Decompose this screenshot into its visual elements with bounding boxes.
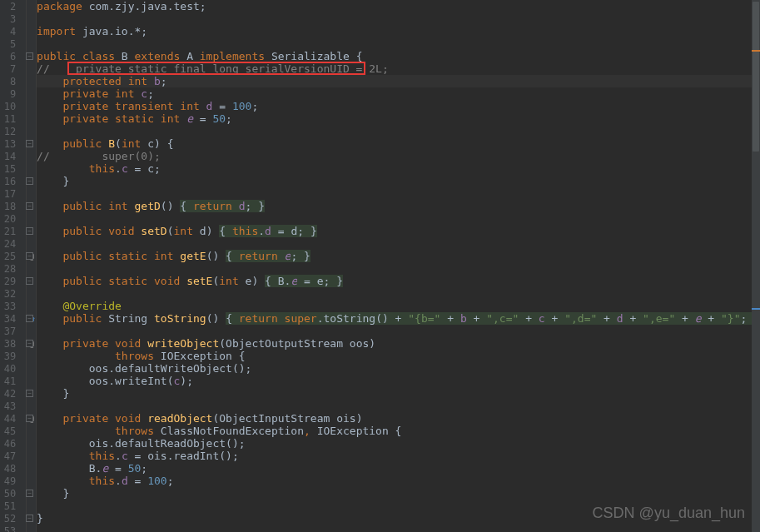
fold-open-icon[interactable]: [26, 415, 33, 422]
code-line[interactable]: [37, 187, 760, 200]
line-number[interactable]: 20: [0, 212, 26, 225]
line-number[interactable]: 11: [0, 112, 26, 125]
fold-open-icon[interactable]: [26, 140, 33, 147]
code-line[interactable]: protected int b;: [37, 75, 760, 87]
code-line[interactable]: [37, 400, 760, 412]
line-number[interactable]: 46: [0, 437, 26, 450]
code-line[interactable]: oos.writeInt(c);: [37, 375, 760, 387]
line-number[interactable]: 25: [0, 250, 26, 262]
line-number[interactable]: 37: [0, 325, 26, 337]
code-line[interactable]: [37, 237, 760, 250]
gutter-icon-cell[interactable]: [27, 325, 36, 337]
gutter-icon-cell[interactable]: [27, 300, 36, 312]
code-line[interactable]: public class B extends A implements Seri…: [37, 50, 760, 62]
gutter-icon-cell[interactable]: [27, 150, 36, 162]
code-editor[interactable]: 2345678910111213141516171820212425282932…: [0, 0, 760, 532]
line-number[interactable]: 32: [0, 287, 26, 300]
code-line[interactable]: private static int e = 50;: [37, 112, 760, 125]
scrollbar-thumb[interactable]: [753, 2, 759, 152]
code-line[interactable]: private int c;: [37, 87, 760, 100]
line-number[interactable]: 51: [0, 500, 26, 512]
code-line[interactable]: public static void setE(int e) { B.e = e…: [37, 275, 760, 287]
line-number[interactable]: 44: [0, 412, 26, 425]
line-number[interactable]: 7: [0, 62, 26, 75]
code-line[interactable]: ois.defaultReadObject();: [37, 437, 760, 450]
icon-gutter[interactable]: @o↑@@: [27, 0, 37, 532]
line-number[interactable]: 17: [0, 187, 26, 200]
scrollbar[interactable]: [752, 0, 760, 532]
code-line[interactable]: [37, 212, 760, 225]
code-line[interactable]: }: [37, 487, 760, 500]
line-number[interactable]: 53: [0, 525, 26, 532]
fold-open-icon[interactable]: [26, 202, 33, 210]
gutter-icon-cell[interactable]: [27, 475, 36, 487]
code-line[interactable]: public B(int c) {: [37, 137, 760, 150]
fold-open-icon[interactable]: [26, 277, 33, 285]
line-number[interactable]: 8: [0, 75, 26, 87]
gutter-icon-cell[interactable]: [27, 462, 36, 475]
line-number[interactable]: 9: [0, 87, 26, 100]
code-line[interactable]: import java.io.*;: [37, 25, 760, 37]
gutter-icon-cell[interactable]: [27, 525, 36, 532]
line-number[interactable]: 24: [0, 237, 26, 250]
code-line[interactable]: this.c = c;: [37, 162, 760, 175]
line-number[interactable]: 47: [0, 450, 26, 462]
line-number[interactable]: 21: [0, 225, 26, 237]
code-line[interactable]: private transient int d = 100;: [37, 100, 760, 112]
gutter-icon-cell[interactable]: [27, 87, 36, 100]
line-number[interactable]: 13: [0, 137, 26, 150]
fold-close-icon[interactable]: [26, 177, 33, 185]
line-number[interactable]: 3: [0, 12, 26, 25]
gutter-icon-cell[interactable]: [27, 187, 36, 200]
line-number[interactable]: 12: [0, 125, 26, 137]
fold-open-icon[interactable]: [26, 227, 33, 235]
code-line[interactable]: [37, 525, 760, 532]
code-line[interactable]: this.c = ois.readInt();: [37, 450, 760, 462]
line-number[interactable]: 16: [0, 175, 26, 187]
gutter-icon-cell[interactable]: [27, 212, 36, 225]
code-line[interactable]: private void writeObject(ObjectOutputStr…: [37, 337, 760, 350]
code-line[interactable]: oos.defaultWriteObject();: [37, 362, 760, 375]
line-number[interactable]: 18: [0, 200, 26, 212]
code-line[interactable]: [37, 125, 760, 137]
gutter-icon-cell[interactable]: [27, 362, 36, 375]
gutter-icon-cell[interactable]: [27, 237, 36, 250]
gutter-icon-cell[interactable]: [27, 125, 36, 137]
code-line[interactable]: [37, 12, 760, 25]
gutter-icon-cell[interactable]: [27, 450, 36, 462]
code-line[interactable]: [37, 325, 760, 337]
line-number[interactable]: 52: [0, 512, 26, 525]
line-number[interactable]: 33: [0, 300, 26, 312]
line-number[interactable]: 45: [0, 425, 26, 437]
fold-close-icon[interactable]: [26, 515, 33, 522]
code-line[interactable]: public void setD(int d) { this.d = d; }: [37, 225, 760, 237]
line-number[interactable]: 41: [0, 375, 26, 387]
code-line[interactable]: public int getD() { return d; }: [37, 200, 760, 212]
line-number[interactable]: 49: [0, 475, 26, 487]
code-line[interactable]: throws ClassNotFoundException, IOExcepti…: [37, 425, 760, 437]
code-line[interactable]: throws IOException {: [37, 350, 760, 362]
line-number[interactable]: 29: [0, 275, 26, 287]
code-line[interactable]: public String toString() { return super.…: [37, 312, 760, 325]
code-line[interactable]: package com.zjy.java.test;: [37, 0, 760, 12]
gutter-icon-cell[interactable]: [27, 25, 36, 37]
code-line[interactable]: // super(0);: [37, 150, 760, 162]
fold-close-icon[interactable]: [26, 490, 33, 497]
line-number[interactable]: 34: [0, 312, 26, 325]
line-number[interactable]: 28: [0, 262, 26, 275]
gutter-icon-cell[interactable]: [27, 375, 36, 387]
code-line[interactable]: [37, 37, 760, 50]
gutter-icon-cell[interactable]: [27, 100, 36, 112]
code-line[interactable]: B.e = 50;: [37, 462, 760, 475]
line-number[interactable]: 43: [0, 400, 26, 412]
fold-open-icon[interactable]: [26, 315, 33, 322]
code-line[interactable]: // private static final long serialVersi…: [37, 62, 760, 75]
line-number-gutter[interactable]: 2345678910111213141516171820212425282932…: [0, 0, 27, 532]
fold-close-icon[interactable]: [26, 390, 33, 397]
code-line[interactable]: this.d = 100;: [37, 475, 760, 487]
line-number[interactable]: 38: [0, 337, 26, 350]
gutter-icon-cell[interactable]: [27, 262, 36, 275]
gutter-icon-cell[interactable]: [27, 425, 36, 437]
line-number[interactable]: 10: [0, 100, 26, 112]
line-number[interactable]: 15: [0, 162, 26, 175]
